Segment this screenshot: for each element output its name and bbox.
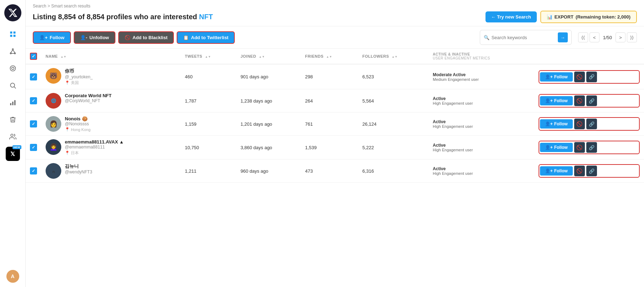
sidebar-users-icon[interactable] [6, 130, 20, 144]
user-cell-2: 👩 Nonois 🍪 @Nonoissss 📍Hong Kong [46, 116, 176, 132]
user-name-0: 你币 [65, 68, 93, 74]
svg-line-7 [11, 50, 13, 53]
user-cell-3: 👩‍🦱 emmaemma88111.AVAX ▲ @emmaemma88111 … [46, 139, 176, 156]
block-button-4[interactable]: 🚫 [574, 166, 585, 176]
sidebar-trash-icon[interactable] [6, 113, 20, 127]
svg-rect-15 [12, 102, 13, 105]
select-all-checkbox[interactable]: ✓ [30, 53, 37, 60]
follow-icon-2: 👤+ [545, 121, 553, 126]
user-handle-1: @CorpWorld_NFT [65, 98, 111, 103]
svg-rect-14 [10, 103, 11, 105]
link-button-3[interactable]: 🔗 [586, 142, 597, 153]
sidebar-chart-icon[interactable] [6, 95, 20, 110]
header: Search > Smart search results Listing 8,… [26, 0, 644, 26]
engagement-cell-3: ActiveHigh Engagement user [429, 136, 534, 160]
tweets-cell-3: 10,750 [181, 136, 236, 160]
user-avatar-2: 👩 [46, 116, 61, 132]
joined-cell-4: 960 days ago [236, 160, 301, 183]
link-button-4[interactable]: 🔗 [586, 166, 597, 176]
x-letter: 𝕏 [10, 151, 15, 157]
block-button-2[interactable]: 🚫 [574, 119, 585, 129]
user-avatar-3: 👩‍🦱 [46, 139, 61, 155]
table-row: ✓ 👩‍🦱 emmaemma88111.AVAX ▲ @emmaemma8811… [26, 136, 644, 160]
sidebar-dashboard-icon[interactable] [6, 27, 20, 41]
svg-rect-16 [14, 100, 15, 105]
actions-cell-2: 👤+ Follow 🚫 🔗 [539, 117, 640, 131]
link-button-1[interactable]: 🔗 [586, 95, 597, 106]
block-button-3[interactable]: 🚫 [574, 142, 585, 153]
page-title-highlight: NFT [199, 13, 213, 21]
search-input[interactable] [492, 35, 556, 40]
search-go-button[interactable]: → [558, 32, 568, 42]
friends-cell-4: 473 [301, 160, 358, 183]
export-token-info: (Remaining token: 2,000) [576, 14, 630, 20]
app-logo[interactable] [4, 4, 21, 21]
unfollow-icon: 👤- [80, 35, 87, 40]
export-button[interactable]: 📊 EXPORT (Remaining token: 2,000) [540, 11, 637, 23]
block-button-1[interactable]: 🚫 [574, 95, 585, 106]
block-button-0[interactable]: 🚫 [574, 72, 585, 82]
follow-all-button[interactable]: 👤+ Follow [33, 31, 71, 44]
sidebar-search-icon[interactable] [6, 78, 20, 93]
svg-point-17 [11, 134, 13, 137]
follow-button-1[interactable]: 👤+ Follow [540, 96, 573, 105]
main-content: Search > Smart search results Listing 8,… [26, 0, 644, 287]
followers-cell-0: 6,523 [358, 64, 429, 89]
sidebar-x-icon[interactable]: 𝕏 NEW [6, 147, 20, 161]
pagination-next-button[interactable]: > [616, 32, 625, 42]
table-row: ✓ ₙ 김뉴니 @wendyNFT3 1,211960 days ago4736… [26, 160, 644, 183]
blacklist-button[interactable]: 🚫 Add to Blacklist [118, 31, 174, 44]
row-checkbox-4[interactable]: ✓ [30, 167, 37, 174]
sidebar-analytics-icon[interactable] [6, 61, 20, 75]
link-button-0[interactable]: 🔗 [586, 72, 597, 82]
results-table: ✓ NAME ▲▼ TWEETS ▲▼ JOINED [26, 49, 644, 183]
export-icon: 📊 [547, 14, 552, 20]
follow-all-label: Follow [50, 35, 64, 40]
actions-cell-1: 👤+ Follow 🚫 🔗 [539, 94, 640, 108]
friends-cell-1: 264 [301, 89, 358, 113]
pagination-info: 1/50 [601, 35, 614, 40]
link-button-2[interactable]: 🔗 [586, 119, 597, 129]
tweets-cell-2: 1,159 [181, 113, 236, 136]
unfollow-label: Unfollow [89, 35, 109, 40]
user-handle-0: @_yourtoken_ [65, 74, 93, 79]
row-checkbox-1[interactable]: ✓ [30, 97, 37, 104]
pagination-prev-button[interactable]: < [590, 32, 599, 42]
pagination-first-button[interactable]: ⟨⟨ [578, 32, 588, 42]
sidebar-network-icon[interactable] [6, 44, 20, 58]
engagement-cell-0: Moderate ActiveMedium Engagement user [429, 64, 534, 89]
try-new-search-button[interactable]: ← Try new Search [485, 11, 537, 22]
tweets-column-header: TWEETS ▲▼ [181, 49, 236, 64]
export-label: EXPORT [555, 14, 573, 20]
twitterlist-icon: 📋 [183, 35, 189, 40]
followers-column-header: FOLLOWERS ▲▼ [358, 49, 429, 64]
user-avatar-0: 🐻 [46, 68, 61, 84]
export-token-prefix: Remaining token: [577, 14, 616, 20]
follow-button-2[interactable]: 👤+ Follow [540, 119, 573, 129]
follow-icon-4: 👤+ [545, 168, 553, 173]
friends-cell-0: 298 [301, 64, 358, 89]
user-avatar[interactable]: A [6, 270, 19, 283]
follow-button-0[interactable]: 👤+ Follow [540, 72, 573, 82]
user-name-2: Nonois 🍪 [65, 116, 90, 121]
new-badge: NEW [12, 145, 21, 149]
follow-button-4[interactable]: 👤+ Follow [540, 166, 573, 176]
user-cell-4: ₙ 김뉴니 @wendyNFT3 [46, 163, 176, 179]
svg-rect-0 [10, 32, 12, 34]
pagination-last-button[interactable]: ⟩⟩ [627, 32, 637, 42]
follow-icon-0: 👤+ [545, 74, 553, 79]
tweets-cell-1: 1,787 [181, 89, 236, 113]
tweets-cell-0: 460 [181, 64, 236, 89]
svg-rect-2 [10, 35, 12, 37]
follow-all-icon: 👤+ [39, 35, 48, 40]
row-checkbox-2[interactable]: ✓ [30, 120, 37, 127]
follow-button-3[interactable]: 👤+ Follow [540, 143, 573, 152]
page-title-prefix: Listing 8,854 of 8,854 profiles who are … [33, 13, 197, 21]
row-checkbox-3[interactable]: ✓ [30, 144, 37, 151]
twitterlist-button[interactable]: 📋 Add to Twitterlist [177, 31, 235, 44]
svg-rect-3 [13, 35, 15, 37]
search-icon: 🔍 [484, 35, 489, 40]
row-checkbox-0[interactable]: ✓ [30, 73, 37, 80]
followers-cell-2: 26,124 [358, 113, 429, 136]
unfollow-button[interactable]: 👤- Unfollow [74, 31, 115, 44]
